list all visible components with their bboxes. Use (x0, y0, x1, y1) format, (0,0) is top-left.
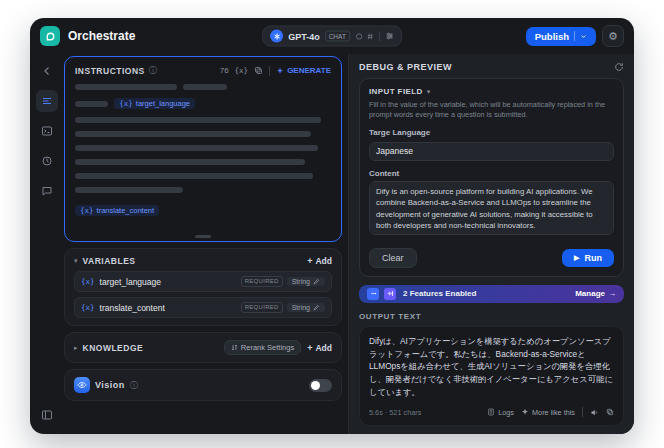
required-badge: REQUIRED (241, 276, 283, 287)
divider (269, 66, 270, 76)
publish-button[interactable]: Publish (526, 27, 596, 46)
redacted-text-line (75, 117, 321, 123)
redacted-text-line (75, 131, 311, 137)
type-badge[interactable]: String (287, 303, 325, 312)
nav-orchestrate-icon[interactable] (36, 90, 58, 112)
plus-icon: + (307, 343, 312, 353)
variables-title: VARIABLES (83, 256, 136, 266)
model-name: GPT-4o (288, 31, 320, 41)
chevron-down-icon (580, 33, 587, 40)
instructions-title: INSTRUCTIONS (75, 66, 145, 76)
knowledge-header[interactable]: ▸ KNOWLEDGE Rerank Settings +Add (74, 340, 332, 355)
variable-token[interactable]: {x}target_language (114, 98, 195, 109)
top-bar: Orchestrate GPT-4o CHAT Publish ⚙ (30, 18, 634, 54)
output-stats: 5.6s · 521 chars (369, 408, 421, 417)
variable-row[interactable]: {x} target_language REQUIRED String (74, 271, 332, 292)
logs-button[interactable]: Logs (487, 408, 514, 417)
app-window: Orchestrate GPT-4o CHAT Publish ⚙ (30, 18, 634, 434)
rerank-settings-button[interactable]: Rerank Settings (224, 340, 301, 355)
debug-preview-panel: DEBUG & PREVIEW INPUT FIELD ▾ Fill in th… (348, 54, 634, 434)
more-like-this-button[interactable]: More like this (521, 408, 575, 417)
refresh-icon[interactable] (614, 62, 624, 72)
content-textarea[interactable]: Dify is an open-source platform for buil… (369, 181, 614, 235)
publish-label: Publish (535, 31, 569, 42)
dify-logo[interactable] (40, 26, 60, 46)
chevron-down-icon: ▾ (427, 88, 431, 96)
model-provider-icon (270, 30, 283, 43)
speaker-button[interactable] (590, 408, 599, 417)
type-badge[interactable]: String (287, 277, 325, 286)
nav-logs-icon[interactable] (36, 150, 58, 172)
chevron-down-icon: ▾ (74, 257, 78, 265)
input-field-card: INPUT FIELD ▾ Fill in the value of the v… (359, 78, 624, 277)
temperature-icon (355, 32, 363, 40)
knowledge-section: ▸ KNOWLEDGE Rerank Settings +Add (64, 332, 342, 363)
model-settings-icon[interactable] (385, 32, 394, 41)
target-language-input[interactable] (369, 142, 614, 161)
add-knowledge-button[interactable]: +Add (307, 343, 332, 353)
instructions-editor[interactable]: INSTRUCTIONS ⓘ 76 {x} GENERATE (64, 56, 342, 242)
variables-section: ▾ VARIABLES +Add {x} target_language REQ… (64, 248, 342, 326)
braces-variable-icon: {x} (81, 277, 95, 286)
char-count: 76 (220, 66, 229, 75)
variable-row[interactable]: {x} translate_content REQUIRED String (74, 297, 332, 318)
vision-section: Vision ⓘ (64, 369, 342, 401)
sparkle-icon (276, 67, 284, 75)
redacted-text-line (75, 159, 305, 165)
page-title: Orchestrate (68, 29, 135, 43)
content-label: Content (369, 169, 614, 178)
feature-speech-icon (384, 288, 396, 300)
info-icon: ⓘ (130, 380, 138, 391)
divider (582, 407, 583, 417)
knowledge-title: KNOWLEDGE (83, 343, 144, 353)
variable-token[interactable]: {x}translate_content (75, 205, 159, 216)
generate-label: GENERATE (287, 66, 331, 75)
output-box: Difyは、AIアプリケーションを構築するためのオープンソースプラットフォームで… (359, 326, 624, 426)
sparkle-icon (521, 408, 529, 416)
orchestrate-panel: INSTRUCTIONS ⓘ 76 {x} GENERATE (64, 54, 348, 434)
nav-annotation-icon[interactable] (36, 180, 58, 202)
feature-citation-icon (367, 288, 379, 300)
speaker-icon (590, 408, 599, 417)
rerank-icon (231, 344, 238, 351)
input-field-header[interactable]: INPUT FIELD ▾ (369, 87, 614, 96)
add-variable-button[interactable]: +Add (307, 256, 332, 266)
logs-icon (487, 408, 495, 416)
redacted-text-line (183, 84, 227, 90)
features-bar: 2 Features Enabled Manage → (359, 285, 624, 303)
left-nav-rail (30, 54, 64, 434)
collapse-panel-icon[interactable] (36, 404, 58, 426)
copy-output-button[interactable] (606, 408, 614, 416)
run-button[interactable]: ▶ Run (562, 249, 614, 267)
vision-toggle[interactable] (309, 379, 332, 392)
edit-icon (313, 304, 320, 311)
vision-icon (74, 377, 90, 393)
required-badge: REQUIRED (241, 302, 283, 313)
copy-icon[interactable] (254, 66, 263, 75)
chevron-right-icon: ▸ (74, 344, 78, 352)
nav-api-icon[interactable] (36, 120, 58, 142)
clear-button[interactable]: Clear (369, 248, 417, 268)
redacted-text-line (75, 145, 318, 151)
copy-icon (606, 408, 614, 416)
play-icon: ▶ (574, 254, 579, 262)
redacted-text-line (75, 101, 108, 107)
redacted-text-line (75, 173, 313, 179)
output-text: Difyは、AIアプリケーションを構築するためのオープンソースプラットフォームで… (369, 335, 614, 399)
target-language-label: Targe Language (369, 128, 614, 137)
output-text-title: OUTPUT TEXT (359, 312, 624, 321)
input-field-description: Fill in the value of the variable, which… (369, 100, 614, 120)
insert-variable-icon[interactable]: {x} (235, 66, 249, 75)
debug-title: DEBUG & PREVIEW (359, 62, 452, 72)
info-icon: ⓘ (149, 65, 157, 76)
tokens-icon (366, 32, 374, 40)
chat-mode-badge: CHAT (325, 31, 350, 42)
manage-features-link[interactable]: Manage → (575, 289, 616, 298)
generate-button[interactable]: GENERATE (276, 66, 331, 75)
features-count-label: 2 Features Enabled (403, 289, 476, 298)
gear-icon: ⚙ (608, 30, 618, 43)
variables-header[interactable]: ▾ VARIABLES +Add (74, 256, 332, 266)
settings-button[interactable]: ⚙ (602, 25, 624, 47)
nav-back-icon[interactable] (36, 60, 58, 82)
model-selector[interactable]: GPT-4o CHAT (262, 26, 402, 47)
